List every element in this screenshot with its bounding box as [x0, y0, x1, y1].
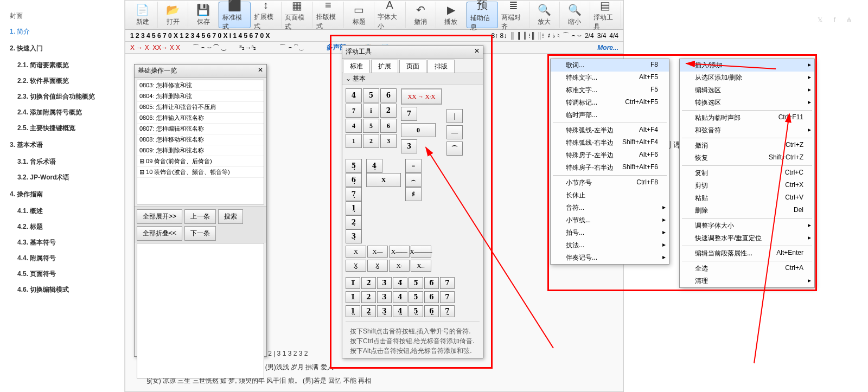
mod-xu[interactable]: X̱ — [346, 260, 366, 272]
toolbar-7[interactable]: ▭标题 — [344, 2, 374, 28]
menu2-item-3[interactable]: 转换选区 — [680, 97, 814, 109]
twitter-icon[interactable]: 𝕏 — [818, 16, 823, 24]
key-xx[interactable]: XX → X·X — [401, 88, 442, 105]
menu2-item-5[interactable]: 粘贴为临时声部Ctrl+F11 — [680, 112, 814, 124]
menu1-item-12[interactable]: 长休止 — [551, 189, 669, 202]
toolbar-10[interactable]: ▶播放 — [436, 2, 467, 28]
toolbar-14[interactable]: 🔍缩小 — [560, 2, 590, 28]
help-title[interactable]: 基础操作一览 ✕ — [135, 65, 266, 78]
search-button[interactable]: 搜索 — [218, 209, 243, 224]
ll4[interactable]: 4̤ — [393, 305, 407, 317]
key-dash[interactable]: — — [446, 125, 463, 139]
mod-xddot[interactable]: X‥ — [411, 260, 431, 272]
nav-4-1[interactable]: 4.1. 概述 — [10, 203, 124, 219]
share-icon[interactable]: ⋔ — [846, 16, 852, 24]
nav-2-2[interactable]: 2.2. 软件界面概览 — [10, 73, 124, 89]
h5[interactable]: 5̇ — [409, 291, 423, 303]
nav-guide[interactable]: 4. 操作指南 — [10, 185, 124, 203]
nav-2-1[interactable]: 2.1. 简谱要素概览 — [10, 57, 124, 73]
expand-all-button[interactable]: 全部展开>> — [137, 209, 182, 224]
menu1-item-8[interactable]: 特殊房子-左半边Alt+F6 — [551, 149, 669, 162]
menu2-item-2[interactable]: 编辑选区 — [680, 84, 814, 97]
key-6[interactable]: 6 — [380, 119, 397, 133]
help-item-3[interactable]: 0806: 怎样输入和弦名称 — [137, 113, 264, 124]
key-1[interactable]: 1 — [346, 134, 362, 148]
key-eq[interactable]: = — [405, 159, 422, 173]
key-l4[interactable]: 4̣ — [366, 159, 382, 173]
menu1-item-9[interactable]: 特殊房子-右半边Shift+Alt+F6 — [551, 162, 669, 174]
toolbar-9[interactable]: ↶撤消 — [406, 2, 436, 28]
menu1-item-11[interactable]: 小节序号Ctrl+F8 — [551, 177, 669, 189]
key-x[interactable]: X — [366, 173, 401, 187]
nav-3-2[interactable]: 3.2. JP-Word术语 — [10, 170, 124, 185]
key-l6[interactable]: 6̣ — [346, 173, 362, 187]
key-2[interactable]: 2 — [363, 134, 379, 148]
key-l3[interactable]: 3̣ — [346, 229, 362, 243]
menu2-item-16[interactable]: 调整字体大小 — [680, 220, 814, 232]
key-5[interactable]: 5 — [363, 119, 379, 133]
key-6h[interactable]: 6̇ — [380, 88, 397, 102]
tab-page[interactable]: 页面 — [399, 60, 426, 73]
hh7[interactable]: 7̈ — [440, 277, 455, 289]
close-icon[interactable]: ✕ — [258, 66, 263, 75]
ll6[interactable]: 6̤ — [424, 305, 439, 317]
next-button[interactable]: 下一条 — [184, 226, 216, 241]
ll2[interactable]: 2̤ — [361, 305, 376, 317]
menu2-item-12[interactable]: 剪切Ctrl+X — [680, 179, 814, 192]
toolbar-8[interactable]: A字体大小 — [374, 2, 406, 28]
key-l7[interactable]: 7̣ — [346, 187, 362, 201]
menu2-item-8[interactable]: 撤消Ctrl+Z — [680, 139, 814, 152]
ll7[interactable]: 7̤ — [440, 305, 455, 317]
nav-cover[interactable]: 封面 — [10, 8, 124, 24]
nav-4-6[interactable]: 4.6. 切换编辑模式 — [10, 282, 124, 298]
mod-xd[interactable]: X― — [367, 246, 388, 258]
ll1[interactable]: 1̤ — [346, 305, 360, 317]
toolbar-3[interactable]: ⬛标准模式 — [219, 2, 251, 28]
help-item-0[interactable]: 0803: 怎样修改和弦 — [137, 80, 264, 91]
menu1-item-2[interactable]: 标准文字...F5 — [551, 84, 669, 97]
help-item-5[interactable]: 0808: 怎样移动和弦名称 — [137, 134, 264, 145]
key-l2[interactable]: 2̣ — [346, 215, 362, 229]
menu1-item-6[interactable]: 特殊弧线-左半边Alt+F4 — [551, 124, 669, 137]
menu1-item-4[interactable]: 临时声部... — [551, 109, 669, 121]
key-3h[interactable]: 3̇ — [401, 139, 417, 153]
collapse-all-button[interactable]: 全部折叠<< — [137, 226, 182, 241]
ll5[interactable]: 5̤ — [409, 305, 423, 317]
help-item-7[interactable]: ⊞ 09 倚音(前倚音、后倚音) — [137, 156, 264, 167]
nav-2-5[interactable]: 2.5. 主要快捷键概览 — [10, 120, 124, 136]
menu1-item-16[interactable]: 技法... — [551, 239, 669, 252]
nav-terms[interactable]: 3. 基本术语 — [10, 136, 124, 154]
menu2-item-9[interactable]: 恢复Shift+Ctrl+Z — [680, 152, 814, 164]
menu2-item-13[interactable]: 粘贴Ctrl+V — [680, 192, 814, 204]
prev-button[interactable]: 上一条 — [184, 209, 216, 224]
menu2-item-22[interactable]: 清理 — [680, 275, 814, 287]
toolbar-5[interactable]: ▦页面模式 — [282, 2, 313, 28]
nav-4-4[interactable]: 4.4. 附属符号 — [10, 250, 124, 266]
hh5[interactable]: 5̈ — [409, 277, 423, 289]
hh4[interactable]: 4̈ — [393, 277, 407, 289]
menu1-item-3[interactable]: 转调标记...Ctrl+Alt+F5 — [551, 97, 669, 109]
mod-xdd[interactable]: X―― — [389, 246, 410, 258]
toolbar-0[interactable]: 📄新建 — [127, 2, 158, 28]
key-7[interactable]: 7 — [346, 104, 362, 118]
tab-extend[interactable]: 扩展 — [371, 60, 398, 73]
help-item-8[interactable]: ⊞ 10 装饰音(波音、颤音、顿音等) — [137, 167, 264, 178]
h6[interactable]: 6̇ — [424, 291, 439, 303]
close-icon[interactable]: ✕ — [474, 47, 480, 56]
toolbar-13[interactable]: 🔍放大 — [529, 2, 560, 28]
symbol-row-1[interactable]: 1 2 3 4 5 6 7 0 X 1 2 3 4 5 6 7 0 X i 1 … — [125, 30, 623, 42]
more-link[interactable]: More... — [597, 44, 618, 52]
toolbar-1[interactable]: 📂打开 — [158, 2, 188, 28]
menu2-item-14[interactable]: 删除Del — [680, 204, 814, 217]
menu2-item-11[interactable]: 复制Ctrl+C — [680, 167, 814, 179]
menu2-item-19[interactable]: 编辑当前段落属性...Alt+Enter — [680, 247, 814, 260]
mod-xuu[interactable]: X̱̱ — [367, 260, 388, 272]
hh3[interactable]: 3̈ — [377, 277, 392, 289]
hh1[interactable]: 1̈ — [346, 277, 360, 289]
help-item-6[interactable]: 0809: 怎样删除和弦名称 — [137, 145, 264, 156]
menu2-item-6[interactable]: 和弦音符 — [680, 124, 814, 137]
mod-xddd[interactable]: X――― — [411, 246, 431, 258]
menu1-item-14[interactable]: 小节线... — [551, 214, 669, 227]
help-list[interactable]: 0803: 怎样修改和弦0804: 怎样删除和弦0805: 怎样让和弦音符不压扁… — [137, 80, 264, 204]
key-1h[interactable]: i — [363, 104, 379, 118]
